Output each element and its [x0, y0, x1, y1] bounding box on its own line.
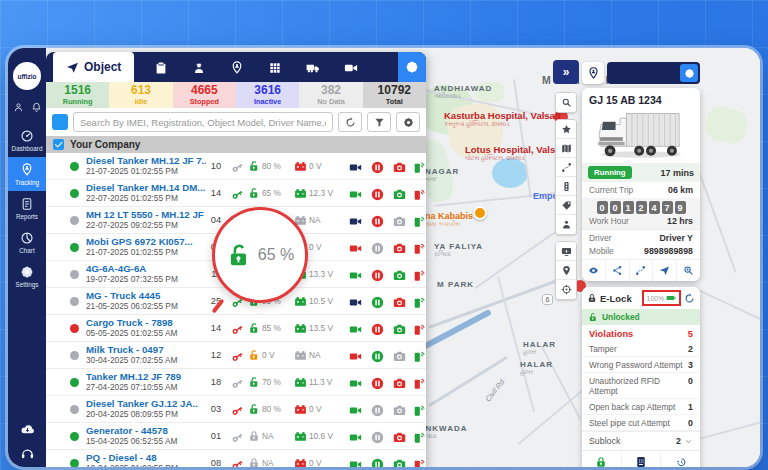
violation-item: Wrong Password Attempt3 [582, 357, 700, 373]
map-area[interactable]: 6 MOTA TAIWADANDHIAWADઅંધીયાવાડKasturba … [46, 48, 760, 467]
photo-camera-icon[interactable] [393, 296, 406, 309]
elock-status-cell: 65 % [248, 187, 294, 199]
tab-trailer-icon[interactable] [306, 59, 320, 75]
sidebar-item-reports[interactable]: Reports [8, 191, 46, 225]
vehicle-count: 14 [206, 188, 226, 198]
pie-chart-icon [20, 231, 34, 245]
video-camera-icon[interactable] [349, 404, 362, 417]
pause-circle-icon [371, 458, 384, 467]
photo-camera-icon[interactable] [393, 404, 406, 417]
photo-camera-icon[interactable] [393, 458, 406, 467]
photo-camera-icon[interactable] [393, 215, 406, 228]
photo-camera-icon[interactable] [393, 323, 406, 336]
photo-camera-icon[interactable] [393, 431, 406, 444]
video-camera-icon[interactable] [349, 242, 362, 255]
stat-stopped[interactable]: 4665Stopped [173, 82, 236, 108]
video-camera-icon[interactable] [349, 188, 362, 201]
sidebar-item-tracking[interactable]: Tracking [8, 157, 46, 191]
stat-running[interactable]: 1516Running [46, 82, 109, 108]
vehicle-row[interactable]: Generator - 44578 15-04-2025 06:52:55 AM… [46, 423, 426, 450]
map-tool-tag-icon[interactable] [556, 196, 576, 215]
stat-total[interactable]: 10792Total [363, 82, 426, 108]
video-camera-icon[interactable] [349, 377, 362, 390]
vehicle-row[interactable]: Diesel Tanker GJ.12 JA.. 20-04-2025 08:0… [46, 396, 426, 423]
cloud-download-icon[interactable] [20, 422, 35, 437]
tab-video-camera-icon[interactable] [344, 59, 358, 75]
photo-camera-icon[interactable] [393, 161, 406, 174]
select-all-checkbox[interactable] [52, 114, 68, 130]
sublock-row[interactable]: Sublock 2 [582, 431, 700, 450]
headset-icon[interactable] [20, 446, 35, 461]
video-camera-icon[interactable] [349, 323, 362, 336]
action-eye-icon[interactable] [582, 260, 606, 281]
elock-keypad-icon-button[interactable] [622, 451, 662, 467]
photo-camera-icon[interactable] [393, 377, 406, 390]
bell-icon[interactable] [31, 102, 42, 113]
elock-history-icon-button[interactable] [661, 451, 700, 467]
action-share-icon[interactable] [606, 260, 630, 281]
video-camera-icon[interactable] [349, 269, 362, 282]
company-row[interactable]: Your Company [46, 136, 426, 153]
search-input[interactable] [73, 112, 333, 132]
map-tool-star-icon[interactable] [556, 120, 576, 139]
tab-checklist-icon[interactable] [154, 59, 168, 75]
map-tool-person-icon[interactable] [556, 215, 576, 234]
map-tool-route-icon[interactable] [556, 158, 576, 177]
video-camera-icon[interactable] [349, 431, 362, 444]
vehicle-row[interactable]: Cargo Truck - 7898 05-05-2025 01:02:55 A… [46, 315, 426, 342]
tab-driver-icon[interactable] [192, 59, 206, 75]
expand-panel-button[interactable]: » [553, 60, 579, 84]
odometer-digit: 7 [662, 201, 673, 214]
stat-inactive[interactable]: 3616Inactive [236, 82, 299, 108]
action-zoom-route-icon[interactable] [677, 260, 700, 281]
tab-grid-icon[interactable] [268, 59, 282, 75]
settings-button[interactable] [396, 112, 420, 132]
tab-installer-icon[interactable] [230, 59, 244, 75]
action-navigate-icon[interactable] [653, 260, 677, 281]
map-label: HALARહાલર [523, 340, 556, 356]
photo-camera-icon[interactable] [393, 269, 406, 282]
video-camera-icon[interactable] [349, 458, 362, 467]
video-camera-icon[interactable] [349, 296, 362, 309]
photo-camera-icon[interactable] [393, 188, 406, 201]
lock-open-icon [248, 160, 260, 172]
map-tool-location-pin-icon[interactable] [556, 261, 576, 280]
video-camera-icon[interactable] [349, 215, 362, 228]
person-icon [561, 219, 572, 230]
vehicle-row[interactable]: Milk Truck - 0497 30-04-2025 07:02:55 AM… [46, 342, 426, 369]
vehicle-row[interactable]: PQ - Diesel - 48 10-04-2025 01:02:55 PM … [46, 450, 426, 467]
lock-open-icon [248, 376, 260, 388]
vehicle-row[interactable]: Diesel Tanker MH.12 JF 7... 21-07-2025 0… [46, 153, 426, 180]
sidebar-item-dashboard[interactable]: Dashboard [8, 123, 46, 157]
refresh-button[interactable] [338, 112, 362, 132]
sidebar-item-chart[interactable]: Chart [8, 225, 46, 259]
panel-settings-button[interactable] [398, 52, 426, 82]
action-route-icon[interactable] [630, 260, 654, 281]
map-tool-map-icon[interactable] [556, 139, 576, 158]
stat-no-data[interactable]: 382No Data [299, 82, 362, 108]
vehicle-row[interactable]: Diesel Tanker MH.14 DM... 22-07-2025 01:… [46, 180, 426, 207]
elock-magnifier-callout: 65 % [212, 207, 308, 303]
tab-object[interactable]: Object [53, 52, 134, 82]
company-checkbox[interactable] [53, 139, 64, 150]
stat-idle[interactable]: 613Idle [109, 82, 172, 108]
map-tool-traffic-light-icon[interactable] [556, 177, 576, 196]
photo-camera-icon[interactable] [393, 350, 406, 363]
user-icon[interactable] [13, 102, 24, 113]
vehicle-row[interactable]: Tanker MH.12 JF 789 27-04-2025 07:10:55 … [46, 369, 426, 396]
vehicle-settings-button[interactable] [680, 64, 698, 82]
refresh-icon[interactable] [684, 293, 695, 304]
map-tool-screen-share-icon[interactable] [556, 242, 576, 261]
map-tool-search-icon[interactable] [556, 93, 576, 112]
map-tool-target-icon[interactable] [556, 280, 576, 299]
vehicle-pin-button[interactable] [582, 62, 604, 84]
video-camera-icon[interactable] [349, 350, 362, 363]
filter-button[interactable] [367, 112, 391, 132]
sidebar-item-settings[interactable]: Settings [8, 259, 46, 293]
video-camera-icon[interactable] [349, 161, 362, 174]
search-icon [561, 97, 572, 108]
violation-label: Tamper [589, 344, 617, 354]
elock-lock-icon-button[interactable] [582, 451, 622, 467]
restaurant-marker[interactable] [473, 206, 487, 220]
photo-camera-icon[interactable] [393, 242, 406, 255]
